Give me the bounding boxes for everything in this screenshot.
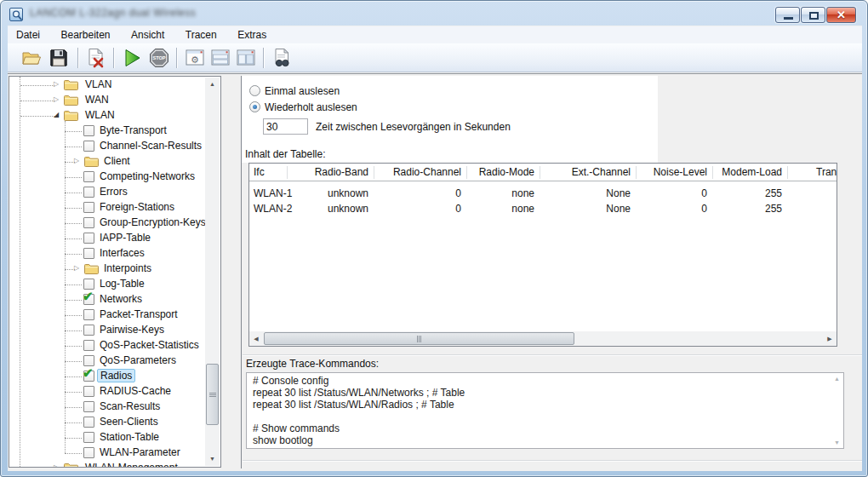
scroll-down-icon[interactable]: ▼ — [834, 440, 840, 445]
radio-wiederholt-auslesen[interactable] — [249, 101, 260, 112]
tree-item-channel-scan-results[interactable]: Channel-Scan-Results — [9, 139, 205, 154]
tree-vertical-scrollbar[interactable]: ▲ ▼ — [205, 78, 220, 466]
app-magnifier-icon[interactable] — [9, 8, 23, 21]
tree-item-seen-clients[interactable]: Seen-Clients — [9, 415, 205, 430]
tree-item-foreign-stations[interactable]: Foreign-Stations — [9, 200, 205, 216]
close-button[interactable]: ✕ — [826, 7, 856, 23]
menu-datei[interactable]: Datei — [8, 26, 49, 43]
menu-ansicht[interactable]: Ansicht — [123, 26, 173, 43]
table-cell[interactable]: 255 — [712, 201, 787, 216]
trace-checkbox[interactable] — [83, 233, 94, 244]
tree-item-radios[interactable]: ✔Radios — [9, 369, 205, 384]
tree-item-byte-transport[interactable]: Byte-Transport — [9, 124, 205, 139]
split-view-vertical-button[interactable] — [234, 46, 258, 70]
table-cell[interactable]: WLAN-2 — [249, 201, 287, 216]
table-cell[interactable]: None — [540, 201, 636, 216]
column-header-radio-mode[interactable]: Radio-Mode — [466, 164, 540, 181]
start-trace-button[interactable] — [120, 46, 144, 70]
scroll-right-icon[interactable]: ▶ — [823, 331, 837, 346]
trace-checkbox[interactable] — [83, 171, 94, 182]
column-separator[interactable] — [787, 166, 788, 179]
trace-checkbox[interactable] — [83, 217, 94, 228]
tree-item-iapp-table[interactable]: IAPP-Table — [9, 231, 205, 246]
tree-item-qos-parameters[interactable]: QoS-Parameters — [9, 353, 205, 369]
trace-checkbox[interactable] — [83, 125, 94, 136]
tree-item-pairwise-keys[interactable]: Pairwise-Keys — [9, 323, 205, 338]
trace-checkbox[interactable] — [83, 417, 94, 428]
column-separator[interactable] — [540, 166, 540, 179]
tree-item-interpoints[interactable]: ▷Interpoints — [9, 261, 205, 277]
table-cell[interactable]: 0 — [374, 186, 466, 201]
column-separator[interactable] — [287, 166, 288, 179]
trace-checkbox[interactable] — [83, 325, 94, 336]
tree-item-packet-transport[interactable]: Packet-Transport — [9, 307, 205, 323]
column-header-tran[interactable]: Tran — [787, 164, 837, 181]
table-cell[interactable]: WLAN-1 — [249, 186, 287, 201]
expand-icon[interactable]: ▷ — [54, 80, 59, 88]
radio-wiederholt-label[interactable]: Wiederholt auslesen — [265, 101, 357, 113]
column-header-ifc[interactable]: Ifc — [249, 164, 287, 181]
table-cell[interactable]: unknown — [287, 186, 374, 201]
column-separator[interactable] — [712, 166, 713, 179]
table-cell[interactable]: 0 — [636, 186, 712, 201]
tree-item-wlan-parameter[interactable]: WLAN-Parameter — [9, 445, 205, 461]
tree-item-wan[interactable]: ▷WAN — [9, 93, 205, 108]
tree-item-wlan-management[interactable]: ▷WLAN-Management — [9, 461, 205, 468]
column-separator[interactable] — [636, 166, 637, 179]
column-header-radio-band[interactable]: Radio-Band — [287, 164, 374, 181]
trace-checkbox[interactable] — [83, 386, 94, 397]
trace-checkbox[interactable] — [83, 340, 94, 351]
menu-extras[interactable]: Extras — [229, 26, 275, 43]
save-file-button[interactable] — [47, 46, 71, 70]
scrollbar-thumb[interactable] — [264, 332, 574, 345]
split-view-horizontal-button[interactable] — [208, 46, 232, 70]
tree-item-radius-cache[interactable]: RADIUS-Cache — [9, 384, 205, 399]
column-header-noise-level[interactable]: Noise-Level — [636, 164, 712, 181]
trace-checkbox[interactable] — [83, 141, 94, 152]
minimize-button[interactable] — [775, 7, 800, 23]
tree-item-client[interactable]: ▷Client — [9, 154, 205, 170]
show-trace-results-button[interactable] — [270, 46, 294, 70]
scroll-up-icon[interactable]: ▲ — [205, 78, 220, 91]
trace-checkbox[interactable] — [83, 401, 94, 412]
radios-table[interactable]: IfcRadio-BandRadio-ChannelRadio-ModeExt.… — [248, 163, 837, 347]
radio-einmal-label[interactable]: Einmal auslesen — [265, 85, 340, 97]
trace-settings-button[interactable]: ⚙ — [183, 46, 207, 70]
tree-item-errors[interactable]: Errors — [9, 185, 205, 200]
tree-item-networks[interactable]: ✔Networks — [9, 292, 205, 307]
maximize-button[interactable] — [801, 7, 825, 23]
scroll-down-icon[interactable]: ▼ — [205, 452, 220, 466]
scroll-left-icon[interactable]: ◀ — [249, 331, 263, 346]
open-file-button[interactable] — [20, 46, 43, 70]
tree-item-group-encryption-keys[interactable]: Group-Encryption-Keys — [9, 216, 205, 231]
collapse-icon[interactable]: ◢ — [54, 111, 59, 118]
trace-checkbox[interactable] — [83, 309, 94, 320]
column-header-modem-load[interactable]: Modem-Load — [712, 164, 787, 181]
expand-icon[interactable]: ▷ — [74, 157, 79, 164]
interval-input[interactable] — [263, 118, 308, 135]
table-cell[interactable]: none — [466, 186, 540, 201]
tree-item-station-table[interactable]: Station-Table — [9, 430, 205, 445]
tree-item-vlan[interactable]: ▷VLAN — [9, 78, 205, 93]
tree-item-scan-results[interactable]: Scan-Results — [9, 399, 205, 415]
tree-item-qos-packet-statistics[interactable]: QoS-Packet-Statistics — [9, 338, 205, 353]
table-horizontal-scrollbar[interactable]: ◀ ▶ — [249, 331, 837, 346]
scroll-up-icon[interactable]: ▲ — [834, 376, 840, 382]
trace-commands-textarea[interactable]: # Console config repeat 30 list /Status/… — [246, 372, 844, 449]
trace-checkbox[interactable] — [83, 432, 94, 443]
column-header-ext.-channel[interactable]: Ext.-Channel — [540, 164, 636, 181]
table-cell[interactable]: 255 — [712, 186, 787, 201]
table-cell[interactable]: 0 — [374, 201, 466, 216]
scrollbar-thumb[interactable] — [206, 364, 219, 425]
clear-trace-button[interactable] — [84, 46, 108, 70]
stop-trace-button[interactable]: STOP — [147, 46, 171, 70]
title-bar[interactable]: LANCOM L-322agn dual Wireless ✕ — [1, 1, 867, 26]
radio-einmal-auslesen[interactable] — [249, 85, 260, 96]
column-separator[interactable] — [374, 166, 374, 179]
table-cell[interactable]: unknown — [287, 201, 374, 216]
trace-checkbox[interactable] — [83, 187, 94, 198]
trace-checkbox[interactable] — [83, 202, 94, 213]
column-header-radio-channel[interactable]: Radio-Channel — [374, 164, 466, 181]
tree-item-wlan[interactable]: ◢WLAN — [9, 108, 205, 124]
expand-icon[interactable]: ▷ — [54, 463, 59, 468]
